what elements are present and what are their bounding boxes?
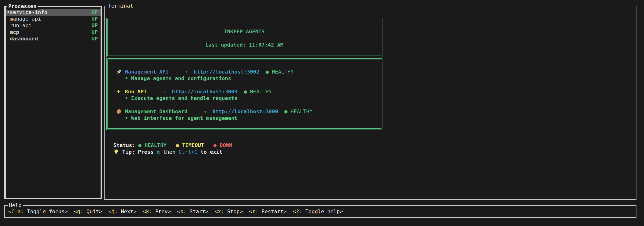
bracket: < (214, 208, 218, 214)
arrow-separator: → (188, 108, 212, 115)
shortcut-gap (68, 208, 74, 215)
bracket: < (249, 208, 252, 214)
help-shortcut-r: <r: Restart> (249, 208, 286, 215)
shortcut-gap (136, 208, 143, 215)
process-row-mcp[interactable]: mcpUP (6, 29, 100, 36)
shortcut-gap (286, 208, 293, 215)
shortcut-gap (243, 208, 249, 215)
terminal-panel: Terminal INKEEP AGENTS Last updated: 11:… (104, 6, 636, 200)
health-dot: ● (260, 69, 272, 75)
tip-segment: q (157, 149, 160, 155)
process-status-badge: UP (92, 22, 98, 29)
shortcut-key: ? (296, 208, 299, 214)
bulb-icon (113, 149, 122, 155)
tip-segment: then (160, 149, 178, 155)
bracket: < (108, 208, 112, 214)
line-gap (116, 82, 381, 88)
process-list: •service-infoUP manage-apiUP run-apiUP m… (6, 7, 100, 42)
service-description-text: • Execute agents and handle requests (125, 95, 238, 102)
shortcut-label: : Toggle help> (299, 208, 343, 214)
arrow-separator: → (147, 88, 172, 95)
legend-gap (166, 142, 176, 149)
process-name: manage-api (6, 16, 41, 22)
legend-label-healthy: HEALTHY (144, 142, 166, 149)
process-row-run-api[interactable]: run-apiUP (6, 22, 100, 29)
shortcut-label: : Toggle focus> (21, 208, 68, 214)
tip-segment: Tip: Press (122, 149, 157, 155)
processes-panel: Processes •service-infoUP manage-apiUP r… (4, 6, 102, 199)
palette-icon (116, 109, 125, 115)
bracket: < (143, 208, 146, 214)
line-gap (116, 102, 381, 108)
health-dot: ● (278, 108, 290, 115)
rocket-icon (116, 69, 125, 75)
agents-title: INKEEP AGENTS (108, 28, 381, 35)
tip-segment: Ctrl+C (178, 149, 197, 155)
shortcut-label: : Start> (184, 208, 208, 214)
status-legend: Status: ● HEALTHY ● TIMEOUT ● DOWN (113, 142, 232, 149)
help-shortcut-j: <j: Next> (108, 208, 136, 215)
service-url: http://localhost:3002 (194, 69, 259, 75)
service-line: Run API → http://localhost:3003 ● HEALTH… (116, 88, 381, 95)
process-row-dashboard[interactable]: dashboardUP (6, 36, 100, 42)
bracket: < (74, 208, 77, 214)
processes-panel-title: Processes (7, 3, 38, 10)
terminal-panel-title: Terminal (107, 3, 134, 9)
help-panel-title: Help (8, 202, 23, 209)
help-shortcut-: <?: Toggle help> (293, 208, 343, 215)
process-status-badge: UP (92, 36, 98, 42)
help-shortcuts: <C-a: Toggle focus> <q: Quit> <j: Next> … (5, 206, 636, 217)
shortcut-gap (208, 208, 215, 215)
shortcut-key: C-a (11, 208, 21, 214)
service-label: Management API (125, 69, 168, 75)
last-updated: Last updated: 11:07:42 AM (108, 42, 381, 48)
shortcut-label: : Prev> (149, 208, 171, 214)
service-line: Management Dashboard → http://localhost:… (116, 108, 381, 115)
health-dot: ● (238, 88, 250, 95)
process-status-badge: UP (92, 16, 98, 22)
service-line: Management API → http://localhost:3002 ●… (116, 69, 381, 75)
shortcut-key: k (146, 208, 149, 214)
service-description: • Execute agents and handle requests (116, 95, 381, 102)
service-health: HEALTHY (250, 88, 272, 95)
legend-dot-healthy: ● (138, 142, 145, 149)
process-name: run-api (6, 22, 32, 29)
shortcut-gap (171, 208, 177, 215)
process-name: mcp (6, 29, 19, 36)
service-health: HEALTHY (290, 108, 312, 115)
tui-screen: Processes •service-infoUP manage-apiUP r… (0, 0, 644, 226)
process-status-badge: UP (92, 9, 98, 16)
tip-line: Tip: Press q then Ctrl+C to exit (113, 149, 222, 155)
service-description-text: • Web interface for agent management (125, 115, 238, 122)
legend-dot-timeout: ● (176, 142, 182, 149)
help-shortcut-s: <s: Start> (177, 208, 208, 215)
process-row-manage-api[interactable]: manage-apiUP (6, 16, 100, 22)
legend-label-down: DOWN (220, 142, 232, 149)
shortcut-key: r (252, 208, 255, 214)
help-shortcut-q: <q: Quit> (74, 208, 102, 215)
help-shortcut-Ca: <C-a: Toggle focus> (8, 208, 68, 215)
service-description: • Web interface for agent management (116, 115, 381, 122)
bracket: < (177, 208, 180, 214)
zap-icon (116, 89, 125, 95)
services-box: Management API → http://localhost:3002 ●… (106, 58, 382, 130)
shortcut-label: : Stop> (221, 208, 243, 214)
legend-dot-down: ● (214, 142, 220, 149)
help-shortcut-x: <x: Stop> (214, 208, 243, 215)
service-description-text: • Manage agents and configurations (125, 75, 231, 82)
agents-header-box: INKEEP AGENTS Last updated: 11:07:42 AM (106, 18, 382, 57)
process-status-badge: UP (92, 29, 98, 36)
legend-label-timeout: TIMEOUT (182, 142, 204, 149)
tip-segment: to exit (197, 149, 222, 155)
bracket: < (8, 208, 11, 214)
service-health: HEALTHY (272, 69, 294, 75)
service-label: Management Dashboard (125, 108, 188, 115)
shortcut-key: j (112, 208, 114, 214)
process-row-service-info[interactable]: •service-infoUP (6, 9, 100, 16)
help-panel: Help <C-a: Toggle focus> <q: Quit> <j: N… (4, 205, 636, 218)
shortcut-key: x (218, 208, 221, 214)
service-url: http://localhost:3003 (172, 88, 238, 95)
process-name: •service-info (6, 9, 47, 16)
shortcut-gap (102, 208, 108, 215)
shortcut-label: : Next> (114, 208, 136, 214)
